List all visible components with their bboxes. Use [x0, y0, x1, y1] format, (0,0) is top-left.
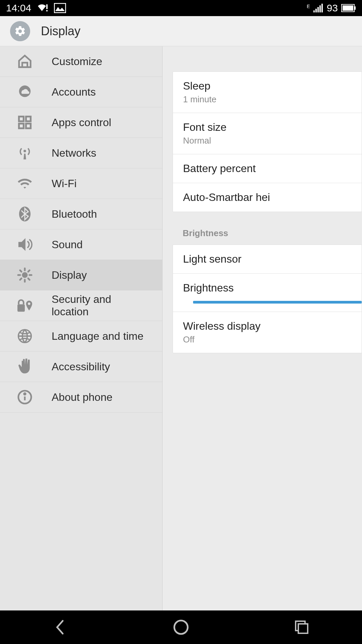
- svg-rect-7: [321, 4, 323, 12]
- row-title: Battery percent: [183, 162, 362, 175]
- recent-apps-button[interactable]: [292, 617, 312, 637]
- svg-rect-26: [298, 624, 308, 633]
- hand-icon: [17, 359, 33, 375]
- svg-rect-5: [317, 7, 319, 12]
- svg-point-19: [28, 303, 30, 305]
- page-header: Display: [0, 16, 362, 46]
- sidebar-item-label: Display: [52, 269, 87, 281]
- sidebar-item-label: Networks: [52, 147, 96, 159]
- sidebar-item-sound[interactable]: Sound: [0, 229, 162, 260]
- sidebar-item-label: About phone: [52, 391, 113, 404]
- svg-rect-9: [343, 5, 353, 11]
- sidebar-item-label: Security and location: [52, 293, 145, 318]
- row-subtitle: Off: [183, 334, 362, 345]
- setting-row-wireless-display[interactable]: Wireless displayOff: [173, 312, 362, 353]
- setting-row-sleep[interactable]: Sleep1 minute: [173, 72, 362, 113]
- status-time: 14:04: [6, 2, 31, 14]
- home-button[interactable]: [171, 617, 191, 637]
- svg-rect-1: [46, 10, 48, 11]
- wifi-alert-icon: [37, 4, 48, 12]
- lock-pin-icon: [17, 298, 33, 313]
- setting-row-light-sensor[interactable]: Light sensor: [173, 245, 362, 274]
- row-subtitle: Normal: [183, 136, 362, 146]
- page-title: Display: [41, 24, 80, 38]
- sidebar-item-label: Customize: [52, 55, 102, 68]
- svg-rect-18: [17, 304, 25, 312]
- sidebar-item-accessibility[interactable]: Accessibility: [0, 352, 162, 382]
- svg-rect-0: [46, 4, 48, 9]
- row-title: Auto-Smartbar hei: [183, 191, 362, 204]
- setting-row-brightness[interactable]: Brightness: [173, 274, 362, 312]
- sidebar-item-label: Accessibility: [52, 361, 110, 373]
- svg-point-17: [23, 273, 27, 277]
- cellular-signal-icon: [313, 4, 323, 12]
- sidebar-item-security-and-location[interactable]: Security and location: [0, 290, 162, 321]
- sidebar-item-label: Accounts: [52, 86, 96, 98]
- cloud-bubble-icon: [17, 84, 33, 100]
- setting-row-battery-percent[interactable]: Battery percent: [173, 154, 362, 183]
- sidebar-item-about-phone[interactable]: About phone: [0, 382, 162, 413]
- svg-rect-15: [26, 124, 31, 128]
- svg-rect-3: [313, 10, 315, 12]
- home-icon: [17, 54, 33, 69]
- setting-row-font-size[interactable]: Font sizeNormal: [173, 113, 362, 154]
- sidebar-item-networks[interactable]: Networks: [0, 138, 162, 168]
- settings-sidebar[interactable]: CustomizeAccountsApps controlNetworksWi-…: [0, 46, 163, 610]
- sidebar-item-bluetooth[interactable]: Bluetooth: [0, 199, 162, 229]
- battery-percent: 93: [327, 2, 338, 14]
- section-label-brightness: Brightness: [173, 222, 362, 245]
- svg-rect-14: [19, 124, 24, 128]
- row-title: Light sensor: [183, 253, 362, 265]
- sidebar-item-apps-control[interactable]: Apps control: [0, 107, 162, 138]
- gear-icon: [10, 21, 30, 41]
- sidebar-item-language-and-time[interactable]: Language and time: [0, 321, 162, 352]
- globe-icon: [17, 328, 33, 344]
- sidebar-item-accounts[interactable]: Accounts: [0, 77, 162, 107]
- row-title: Font size: [183, 121, 362, 133]
- svg-point-23: [24, 393, 26, 395]
- sidebar-item-label: Wi-Fi: [52, 177, 77, 190]
- picture-icon: [54, 3, 66, 13]
- wifi-icon: [17, 177, 33, 190]
- speaker-icon: [17, 237, 33, 252]
- svg-rect-2: [54, 3, 66, 13]
- brightness-slider[interactable]: [193, 301, 362, 304]
- antenna-icon: [17, 145, 33, 161]
- row-title: Wireless display: [183, 320, 362, 332]
- sidebar-item-display[interactable]: Display: [0, 260, 162, 290]
- back-button[interactable]: [50, 617, 70, 637]
- svg-rect-13: [26, 117, 31, 121]
- sidebar-item-label: Bluetooth: [52, 208, 97, 220]
- grid-icon: [17, 115, 33, 129]
- sidebar-item-label: Sound: [52, 238, 83, 251]
- sidebar-item-label: Language and time: [52, 330, 143, 342]
- svg-rect-10: [355, 6, 356, 10]
- row-subtitle: 1 minute: [183, 94, 362, 105]
- bluetooth-icon: [17, 206, 33, 222]
- svg-point-24: [174, 621, 188, 634]
- brightness-icon: [17, 267, 33, 283]
- sidebar-item-customize[interactable]: Customize: [0, 46, 162, 77]
- svg-rect-6: [319, 5, 321, 12]
- network-type-badge: E: [307, 4, 310, 9]
- svg-rect-4: [315, 9, 317, 12]
- status-bar: 14:04 E 93: [0, 0, 362, 16]
- sidebar-item-label: Apps control: [52, 116, 111, 129]
- info-icon: [17, 389, 33, 405]
- detail-pane: Sleep1 minuteFont sizeNormalBattery perc…: [163, 46, 362, 610]
- svg-rect-12: [19, 117, 24, 121]
- row-title: Brightness: [183, 282, 362, 294]
- system-navbar: [0, 610, 362, 644]
- setting-row-auto-smartbar-hei[interactable]: Auto-Smartbar hei: [173, 183, 362, 212]
- sidebar-item-wi-fi[interactable]: Wi-Fi: [0, 168, 162, 199]
- battery-icon: [341, 4, 356, 12]
- row-title: Sleep: [183, 80, 362, 92]
